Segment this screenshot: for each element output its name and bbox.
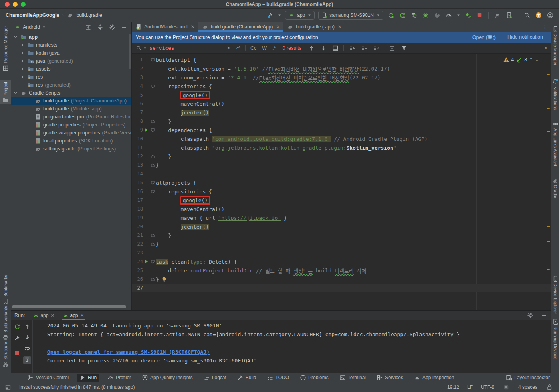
clear-search-icon[interactable]: ✕: [224, 45, 233, 51]
close-tab-icon[interactable]: ✕: [80, 313, 84, 318]
code-line[interactable]: 6 mavenCentral(): [132, 99, 551, 108]
zoom-window-icon[interactable]: [21, 2, 26, 7]
tool-window-button-app-inspection[interactable]: App Inspection: [411, 374, 457, 382]
run-line-icon[interactable]: [143, 128, 149, 132]
run-line-icon[interactable]: [143, 260, 149, 264]
words-toggle[interactable]: W: [259, 45, 270, 51]
editor-tab[interactable]: build.gradle (ChamomileApp)✕: [198, 22, 283, 32]
code-line[interactable]: 27: [132, 284, 551, 292]
file-encoding[interactable]: UTF-8: [481, 384, 494, 390]
tree-item[interactable]: kotlin+java: [11, 49, 131, 57]
apply-code-changes-icon[interactable]: A: [398, 11, 406, 19]
down-stack-trace-icon[interactable]: [23, 333, 31, 341]
close-find-bar-icon[interactable]: ✕: [544, 45, 548, 51]
settings-icon[interactable]: [526, 311, 534, 319]
close-window-icon[interactable]: [5, 2, 10, 7]
search-history-icon[interactable]: [143, 46, 147, 50]
close-tab-icon[interactable]: ✕: [276, 24, 280, 30]
settings-icon[interactable]: [108, 23, 116, 31]
tool-window-button-profiler[interactable]: Profiler: [105, 374, 134, 382]
tool-button-app-links-assistant[interactable]: App Links Assistant: [551, 119, 559, 168]
run-tab[interactable]: app✕: [59, 312, 87, 319]
tool-window-button-terminal[interactable]: Terminal: [337, 374, 369, 382]
profile-icon[interactable]: [433, 11, 441, 19]
fold-marker-icon[interactable]: [149, 58, 156, 62]
previous-occurrence-icon[interactable]: [305, 45, 317, 51]
apply-changes-icon[interactable]: [387, 11, 395, 19]
code-line[interactable]: 16 repositories {: [132, 187, 551, 196]
fold-marker-icon[interactable]: [149, 181, 156, 185]
tool-window-button-version-control[interactable]: Version Control: [25, 374, 71, 382]
build-hammer-icon[interactable]: [266, 11, 274, 19]
tool-button-project[interactable]: Project: [0, 80, 11, 104]
device-manager-icon[interactable]: [505, 11, 513, 19]
hide-panel-icon[interactable]: [120, 23, 128, 31]
attach-debugger-icon[interactable]: [464, 11, 472, 19]
open-in-find-window-icon[interactable]: [329, 45, 341, 51]
search-icon[interactable]: [135, 44, 143, 52]
tree-item[interactable]: app: [11, 33, 131, 41]
console-link[interactable]: Open logcat panel for samsung SM-S901N (…: [47, 349, 551, 358]
code-line[interactable]: 24task clean(type: Delete) {: [132, 257, 551, 266]
chevron-right-icon[interactable]: [20, 42, 26, 48]
close-tab-icon[interactable]: ✕: [50, 313, 54, 318]
code-editor[interactable]: 4 8 ⌃ ⌄ 1buildscript {2 ext.kotlin_versi…: [132, 54, 551, 310]
rerun-icon[interactable]: [13, 323, 21, 331]
search-input[interactable]: services: [149, 45, 221, 51]
project-view-select[interactable]: Android: [23, 24, 40, 30]
tree-item[interactable]: gradle.properties(Project Properties): [11, 121, 131, 129]
search-everywhere-icon[interactable]: [523, 11, 531, 19]
code-line[interactable]: 9 dependencies {: [132, 126, 551, 134]
code-line[interactable]: 19 maven { url 'https://jitpack.io' }: [132, 213, 551, 222]
tool-window-button-todo[interactable]: TODO: [264, 374, 292, 382]
up-stack-trace-icon[interactable]: [23, 323, 31, 331]
hide-notification-link[interactable]: Hide notification: [507, 34, 543, 40]
tool-button-device-manager[interactable]: Device Manager: [551, 24, 559, 67]
code-line[interactable]: 18 mavenCentral(): [132, 205, 551, 213]
breadcrumb-project[interactable]: ChamomileAppGoogle: [6, 12, 59, 18]
minimize-panel-icon[interactable]: [540, 311, 548, 319]
code-line[interactable]: 7 jcenter(): [132, 108, 551, 117]
code-line[interactable]: 17 google(): [132, 196, 551, 205]
soft-wrap-icon[interactable]: [23, 345, 31, 353]
tool-window-button-build[interactable]: Build: [234, 374, 259, 382]
code-line[interactable]: 10 classpath 'com.android.tools.build:gr…: [132, 134, 551, 143]
open-project-structure-link[interactable]: Open (⌘;): [472, 34, 496, 40]
device-select[interactable]: samsung SM-S901N: [318, 11, 383, 20]
code-line[interactable]: 2 ext.kotlin_version = '1.6.10' //Flex최신…: [132, 64, 551, 73]
fold-marker-icon[interactable]: [149, 234, 156, 237]
tree-item[interactable]: Gradle Scripts: [11, 89, 131, 97]
indent-setting[interactable]: 4 spaces: [518, 384, 537, 390]
stop-icon[interactable]: 2: [13, 349, 21, 357]
tool-window-button-problems[interactable]: Problems: [297, 374, 331, 382]
close-tab-icon[interactable]: ✕: [191, 24, 195, 30]
status-message[interactable]: Install successfully finished in 847 ms.…: [19, 384, 135, 390]
tool-button-build-variants[interactable]: Build Variants: [0, 304, 11, 342]
debug-icon[interactable]: [422, 11, 430, 19]
code-line[interactable]: 21 }: [132, 231, 551, 240]
fold-marker-icon[interactable]: [149, 85, 156, 88]
fold-marker-icon[interactable]: [149, 278, 156, 281]
new-line-icon[interactable]: ⏎: [233, 45, 243, 51]
tool-window-button-app-quality-insights[interactable]: App Quality Insights: [139, 374, 196, 382]
more-options-icon[interactable]: ⋮: [542, 24, 548, 30]
code-line[interactable]: 14: [132, 169, 551, 178]
minimize-window-icon[interactable]: [13, 2, 18, 7]
tool-window-toggle-icon[interactable]: [4, 383, 12, 391]
code-line[interactable]: 3 ext.room_version = '2.4.1' //Flex최신버전 …: [132, 73, 551, 82]
tool-button-running-devices[interactable]: Running Devices: [551, 317, 559, 361]
run-tab[interactable]: app✕: [30, 312, 57, 319]
add-occurrence-icon[interactable]: [346, 45, 358, 51]
run-configuration-select[interactable]: app: [285, 11, 315, 20]
regex-toggle[interactable]: .*: [270, 45, 278, 51]
tree-item[interactable]: settings.gradle(Project Settings): [11, 145, 131, 153]
code-line[interactable]: 13}: [132, 161, 551, 169]
chevron-down-icon[interactable]: [13, 34, 18, 40]
tool-button-notifications[interactable]: Notifications: [551, 77, 559, 112]
account-icon[interactable]: [546, 11, 554, 19]
fold-marker-icon[interactable]: [149, 128, 156, 132]
select-all-occurrences-icon[interactable]: [370, 45, 382, 51]
select-opened-file-icon[interactable]: [84, 23, 92, 31]
run-console[interactable]: 2024-06-05 14:49:04: Launching app on 's…: [36, 320, 551, 373]
code-line[interactable]: 23: [132, 248, 551, 257]
